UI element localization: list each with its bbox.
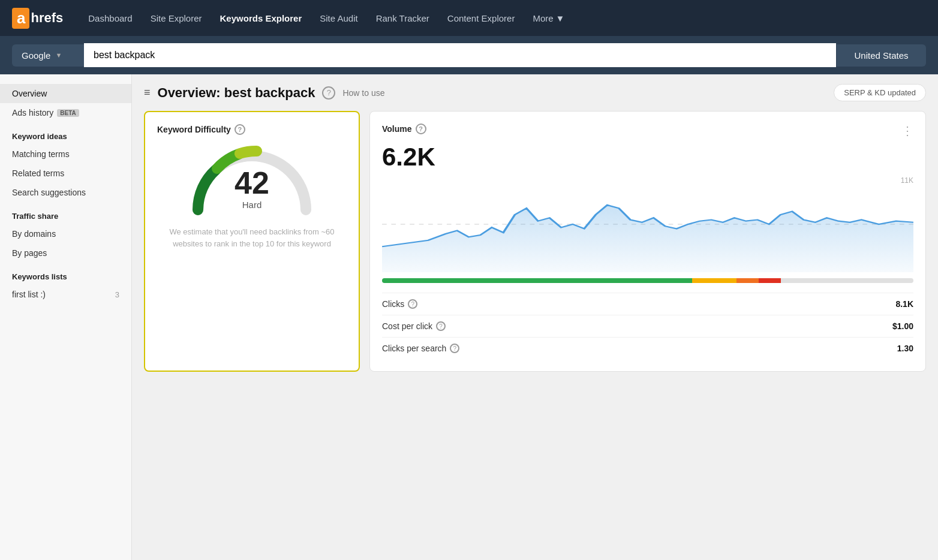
nav-content-explorer[interactable]: Content Explorer: [440, 8, 522, 28]
gauge-center: 42 Hard: [235, 167, 269, 209]
kd-card: Keyword Difficulty ?: [144, 111, 360, 372]
cps-help-icon[interactable]: ?: [450, 344, 459, 353]
main-content: ≡ Overview: best backpack ? How to use S…: [132, 74, 938, 560]
kd-value: 42: [235, 167, 269, 198]
nav-site-explorer[interactable]: Site Explorer: [143, 8, 209, 28]
page-title: Overview: best backpack: [158, 85, 315, 101]
sidebar-item-search-suggestions[interactable]: Search suggestions: [0, 183, 131, 202]
sidebar-item-by-pages[interactable]: By pages: [0, 243, 131, 263]
hamburger-icon[interactable]: ≡: [144, 86, 151, 99]
clicks-help-icon[interactable]: ?: [408, 299, 417, 309]
nav-more[interactable]: More ▼: [525, 8, 572, 28]
main-layout: Overview Ads history BETA Keyword ideas …: [0, 74, 938, 560]
chart-max-label: 11K: [901, 176, 913, 185]
search-input[interactable]: [84, 43, 836, 67]
how-to-use-link[interactable]: How to use: [342, 88, 384, 98]
engine-chevron-icon: ▼: [55, 52, 62, 59]
sidebar-list-item-label: first list :): [12, 290, 46, 299]
volume-card: Volume ? ⋮ 6.2K 11K: [369, 111, 926, 372]
sidebar-item-by-domains[interactable]: By domains: [0, 224, 131, 243]
sidebar-section-keywords-lists: Keywords lists: [0, 263, 131, 285]
color-bar-red: [759, 278, 781, 283]
color-bar-orange: [736, 278, 759, 283]
metric-row-cps: Clicks per search ? 1.30: [382, 337, 913, 359]
color-bar-gray: [781, 278, 914, 283]
serp-kd-badge: SERP & KD updated: [834, 84, 926, 101]
metric-cpc-value: $1.00: [892, 321, 913, 331]
sidebar-section-traffic-share: Traffic share: [0, 202, 131, 224]
sidebar-list-item-count: 3: [115, 290, 119, 299]
color-bar-green: [382, 278, 692, 283]
engine-label: Google: [22, 50, 50, 61]
nav-items: Dashboard Site Explorer Keywords Explore…: [81, 8, 926, 28]
volume-chart-area: 11K: [382, 176, 913, 272]
sidebar-list-item-first-list[interactable]: first list :) 3: [0, 285, 131, 304]
logo[interactable]: a hrefs: [12, 8, 63, 29]
metric-cps-value: 1.30: [897, 344, 913, 353]
sidebar-item-ads-history[interactable]: Ads history BETA: [0, 103, 131, 122]
sidebar-section-keyword-ideas: Keyword ideas: [0, 122, 131, 144]
top-nav: a hrefs Dashboard Site Explorer Keywords…: [0, 0, 938, 36]
kd-description: We estimate that you'll need backlinks f…: [157, 226, 347, 249]
engine-selector[interactable]: Google ▼: [12, 44, 84, 67]
content-header: ≡ Overview: best backpack ? How to use S…: [144, 84, 926, 101]
country-label: United States: [854, 50, 908, 61]
title-help-icon[interactable]: ?: [322, 86, 335, 100]
sidebar-item-related-terms[interactable]: Related terms: [0, 164, 131, 183]
nav-dashboard[interactable]: Dashboard: [81, 8, 139, 28]
nav-keywords-explorer[interactable]: Keywords Explorer: [213, 8, 309, 28]
metric-clicks-value: 8.1K: [895, 299, 913, 309]
clicks-color-bar: [382, 278, 913, 283]
search-bar: Google ▼ United States: [0, 36, 938, 74]
sidebar-item-overview[interactable]: Overview: [0, 84, 131, 103]
metric-cpc-label: Cost per click ?: [382, 321, 446, 331]
metric-clicks-label: Clicks ?: [382, 299, 417, 309]
volume-label: Volume ?: [382, 124, 426, 134]
logo-a-letter: a: [12, 8, 29, 29]
volume-chart-svg: [382, 176, 913, 272]
sidebar: Overview Ads history BETA Keyword ideas …: [0, 74, 132, 560]
metric-cps-label: Clicks per search ?: [382, 344, 459, 353]
country-selector[interactable]: United States: [836, 44, 926, 67]
search-input-wrapper: [84, 43, 836, 67]
kd-help-icon[interactable]: ?: [235, 124, 245, 135]
kd-card-label: Keyword Difficulty ?: [157, 124, 347, 135]
ads-history-beta-badge: BETA: [57, 109, 79, 117]
color-bar-yellow: [692, 278, 736, 283]
cpc-help-icon[interactable]: ?: [436, 321, 446, 331]
cards-row: Keyword Difficulty ?: [144, 111, 926, 372]
sidebar-item-matching-terms[interactable]: Matching terms: [0, 144, 131, 164]
nav-rank-tracker[interactable]: Rank Tracker: [369, 8, 437, 28]
logo-hrefs-text: hrefs: [31, 10, 63, 26]
nav-site-audit[interactable]: Site Audit: [312, 8, 365, 28]
metric-row-cpc: Cost per click ? $1.00: [382, 315, 913, 337]
volume-help-icon[interactable]: ?: [416, 124, 426, 134]
chevron-down-icon: ▼: [556, 13, 565, 23]
volume-header: Volume ? ⋮: [382, 124, 913, 140]
volume-value: 6.2K: [382, 143, 913, 171]
metric-row-clicks: Clicks ? 8.1K: [382, 293, 913, 315]
gauge-container: 42 Hard: [157, 141, 347, 219]
kd-difficulty-label: Hard: [235, 199, 269, 209]
three-dots-icon[interactable]: ⋮: [901, 124, 913, 138]
